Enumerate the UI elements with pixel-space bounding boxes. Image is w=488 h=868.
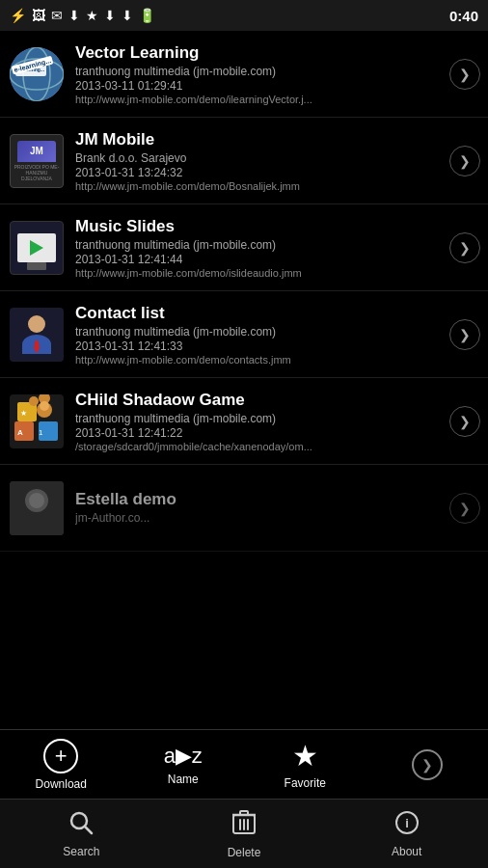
item-url: http://www.jm-mobile.com/demo/ilearningV… (75, 94, 444, 105)
music-slides-content: Music Slides tranthuong multimedia (jm-m… (75, 217, 444, 279)
svg-text:1: 1 (39, 428, 43, 437)
sort-toolbar: + Download a▶z Name ★ Favorite ❯ (0, 729, 488, 799)
favorite-label: Favorite (285, 776, 326, 790)
item-date: 2013-01-31 12:41:44 (75, 253, 444, 266)
item-arrow-icon[interactable]: ❯ (449, 146, 480, 176)
item-date: 2013-01-31 12:41:33 (75, 339, 444, 353)
svg-line-19 (85, 827, 92, 833)
estella-content: Estella demo jm-Author.co... (75, 490, 444, 526)
item-date: 2013-03-11 01:29:41 (75, 79, 444, 93)
contact-list-icon (8, 306, 66, 364)
svg-text:i: i (405, 816, 409, 830)
image-icon: 🖼 (32, 8, 45, 23)
svg-text:A: A (17, 428, 23, 437)
item-title: CHild Shadaow Game (75, 391, 444, 410)
download-icon: ⬇ (68, 8, 80, 23)
list-item[interactable]: A 1 ★ CHild Shadaow Game tranthuong mult… (0, 378, 488, 465)
favorite-icon: ★ (292, 739, 318, 773)
name-sort-button[interactable]: a▶z Name (122, 744, 245, 786)
svg-point-10 (29, 396, 39, 406)
list-item[interactable]: Music Slides tranthuong multimedia (jm-m… (0, 204, 488, 291)
jm-mobile-content: JM Mobile Brank d.o.o. Sarajevo 2013-01-… (75, 130, 444, 192)
download3-icon: ⬇ (122, 8, 133, 23)
add-icon: + (43, 739, 78, 773)
sort-name-icon: a▶z (164, 744, 203, 769)
about-icon: i (394, 810, 420, 841)
download-label: Download (36, 777, 87, 791)
svg-text:★: ★ (20, 409, 27, 418)
delete-icon (231, 809, 257, 842)
search-icon (68, 810, 94, 841)
item-title: JM Mobile (75, 130, 444, 149)
item-date: 2013-01-31 13:24:32 (75, 166, 444, 179)
arrow-right-icon: ❯ (412, 749, 443, 780)
item-author: jm-Author.co... (75, 511, 444, 525)
svg-text:e-learning...: e-learning... (17, 67, 45, 72)
item-arrow-icon[interactable]: ❯ (449, 232, 480, 263)
item-arrow-icon[interactable]: ❯ (449, 493, 480, 524)
item-title: Estella demo (75, 490, 444, 509)
about-nav-button[interactable]: i About (325, 810, 488, 858)
item-author: tranthuong multimedia (jm-mobile.com) (75, 65, 444, 78)
music-slides-icon (8, 219, 66, 277)
svg-point-11 (40, 401, 49, 411)
vector-learning-content: Vector Learning tranthuong multimedia (j… (75, 43, 444, 105)
app-list: e-learning... Vector Learning tranthuong… (0, 31, 488, 552)
usb-icon: ⚡ (10, 8, 26, 23)
item-date: 2013-01-31 12:41:22 (75, 426, 444, 440)
jm-mobile-icon: JM PROIZVODI PO ME-HANIZMU DJELOVANJA (8, 132, 66, 190)
list-item[interactable]: JM PROIZVODI PO ME-HANIZMU DJELOVANJA JM… (0, 118, 488, 204)
status-bar: ⚡ 🖼 ✉ ⬇ ★ ⬇ ⬇ 🔋 0:40 (0, 0, 488, 31)
status-left-icons: ⚡ 🖼 ✉ ⬇ ★ ⬇ ⬇ 🔋 (10, 8, 155, 23)
favorite-sort-button[interactable]: ★ Favorite (244, 739, 366, 790)
item-author: tranthuong multimedia (jm-mobile.com) (75, 238, 444, 252)
item-arrow-icon[interactable]: ❯ (449, 59, 480, 90)
item-author: Brank d.o.o. Sarajevo (75, 151, 444, 165)
item-author: tranthuong multimedia (jm-mobile.com) (75, 412, 444, 425)
svg-point-17 (29, 493, 44, 508)
search-label: Search (63, 845, 99, 858)
star-icon: ★ (86, 8, 98, 23)
vector-learning-icon: e-learning... (8, 45, 66, 103)
item-title: Music Slides (75, 217, 444, 236)
estella-icon (8, 479, 66, 537)
status-time: 0:40 (449, 8, 478, 24)
svg-rect-22 (240, 811, 248, 815)
item-author: tranthuong multimedia (jm-mobile.com) (75, 325, 444, 339)
contact-list-content: Contact list tranthuong multimedia (jm-m… (75, 304, 444, 366)
item-url: http://www.jm-mobile.com/demo/contacts.j… (75, 354, 444, 366)
item-arrow-icon[interactable]: ❯ (449, 406, 480, 437)
next-button[interactable]: ❯ (366, 749, 489, 780)
list-item[interactable]: Contact list tranthuong multimedia (jm-m… (0, 291, 488, 378)
item-arrow-icon[interactable]: ❯ (449, 319, 480, 350)
item-url: http://www.jm-mobile.com/demo/islideaudi… (75, 267, 444, 279)
item-url: /storage/sdcard0/jmmobile/cache/xanenoda… (75, 441, 444, 452)
delete-label: Delete (228, 846, 261, 859)
email-icon: ✉ (51, 8, 63, 23)
list-item[interactable]: Estella demo jm-Author.co... ❯ (0, 465, 488, 552)
battery-charging-icon: 🔋 (139, 8, 155, 23)
name-label: Name (168, 773, 199, 786)
list-item[interactable]: e-learning... Vector Learning tranthuong… (0, 31, 488, 118)
item-title: Contact list (75, 304, 444, 323)
about-label: About (392, 845, 421, 858)
child-shadow-content: CHild Shadaow Game tranthuong multimedia… (75, 391, 444, 452)
child-shadow-icon: A 1 ★ (8, 393, 66, 450)
download2-icon: ⬇ (104, 8, 116, 23)
bottom-nav: Search Delete i About (0, 799, 488, 868)
item-title: Vector Learning (75, 43, 444, 63)
delete-nav-button[interactable]: Delete (163, 809, 326, 859)
item-url: http://www.jm-mobile.com/demo/Bosnalijek… (75, 180, 444, 192)
download-sort-button[interactable]: + Download (0, 739, 122, 791)
search-nav-button[interactable]: Search (0, 810, 163, 858)
